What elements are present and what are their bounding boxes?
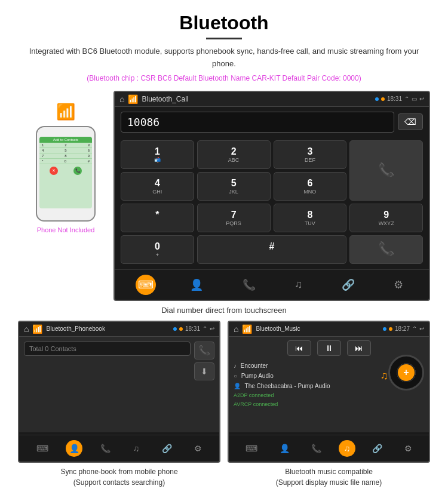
mu-back[interactable]: ↩ xyxy=(419,325,424,332)
dial-key-3[interactable]: 3DEF xyxy=(274,140,347,169)
mu-signal-icon: 📶 xyxy=(242,324,252,334)
dial-input-row: 10086 ⌫ xyxy=(115,107,429,137)
call-red-button[interactable]: 📞 xyxy=(349,235,423,264)
phonebook-search-box[interactable]: Total 0 Contacts xyxy=(24,342,191,356)
phone-aside: 📶 Add to Contacts 123 456 789 *0# ✕ 📞 Ph… xyxy=(18,91,113,301)
dial-key-7[interactable]: 7PQRS xyxy=(197,204,271,232)
pb-expand: ⌃ xyxy=(202,325,207,332)
dial-key-2[interactable]: 2ABC xyxy=(197,140,271,169)
pb-home-icon: ⌂ xyxy=(24,324,29,334)
music-topbar: ⌂ 📶 Bluetooth_Music 18:27 ⌃ ↩ xyxy=(229,322,429,337)
phone-end-btn[interactable]: ✕ xyxy=(50,167,58,175)
page-title: Bluetooth xyxy=(18,12,430,34)
prev-btn[interactable]: ⏮ xyxy=(287,340,311,356)
next-btn[interactable]: ⏭ xyxy=(347,340,371,356)
phone-call-btn[interactable]: 📞 xyxy=(73,167,82,175)
dial-key-5[interactable]: 5JKL xyxy=(197,172,271,201)
pb-contacts-icon[interactable]: 👤 xyxy=(66,440,82,457)
pb-phone-icon[interactable]: 📞 xyxy=(96,441,115,456)
mu-status: 18:27 ⌃ ↩ xyxy=(383,325,424,332)
time-display-main: 18:31 xyxy=(387,96,402,102)
pb-call-btn[interactable]: 📞 xyxy=(194,342,214,359)
track-circle-icon: ○ xyxy=(234,373,237,379)
mu-caption-1: Bluetooth music compatible xyxy=(285,468,373,476)
home-icon: ⌂ xyxy=(119,94,124,104)
mu-wifi-dot xyxy=(389,327,392,331)
music-note-icon: ♪ xyxy=(234,362,237,369)
pb-wifi-dot xyxy=(179,327,183,331)
phonebook-caption: Sync phone-book from mobile phone (Suppo… xyxy=(60,466,177,488)
phone-row-3: 789 xyxy=(39,153,92,159)
pb-bottom-bar: ⌨ 👤 📞 ♫ 🔗 ⚙ xyxy=(19,435,219,462)
mu-expand: ⌃ xyxy=(412,325,417,332)
pause-btn[interactable]: ⏸ xyxy=(317,340,341,356)
dial-key-1[interactable]: 1📬 xyxy=(121,140,194,169)
pb-signal-icon: 📶 xyxy=(32,324,42,334)
title-divider xyxy=(206,38,242,39)
pb-time: 18:31 xyxy=(185,325,200,332)
bt-dot xyxy=(375,97,379,101)
phone-row-4: *0# xyxy=(39,159,92,164)
pb-title: Bluetooth_Phonebook xyxy=(46,325,170,332)
music-note-floating: ♫ xyxy=(381,370,389,382)
mu-title: Bluetooth_Music xyxy=(256,325,379,332)
call-green-button[interactable]: 📞 xyxy=(349,140,423,201)
pb-back[interactable]: ↩ xyxy=(210,325,214,332)
phonebook-body: Total 0 Contacts 📞 ⬇ xyxy=(19,337,219,432)
music-caption: Bluetooth music compatible (Support disp… xyxy=(276,466,382,488)
phonebook-search-area: Total 0 Contacts xyxy=(24,342,191,361)
contacts-bottom-icon[interactable]: 👤 xyxy=(185,276,208,294)
dial-key-0[interactable]: 0+ xyxy=(121,235,194,264)
bottom-screenshots: ⌂ 📶 Bluetooth_Phonebook 18:31 ⌃ ↩ xyxy=(18,321,430,488)
mu-music-icon[interactable]: ♫ xyxy=(339,440,355,457)
pb-music-icon[interactable]: ♫ xyxy=(128,441,145,456)
a2dp-status: A2DP connected xyxy=(234,391,424,400)
dial-key-8[interactable]: 8TUV xyxy=(274,204,347,232)
pb-dialpad-icon[interactable]: ⌨ xyxy=(32,441,53,456)
pb-caption-1: Sync phone-book from mobile phone xyxy=(60,468,177,476)
car-bottom-bar-main: ⌨ 👤 📞 ♫ 🔗 ⚙ xyxy=(115,269,429,300)
signal-icon: 📶 xyxy=(128,94,138,104)
pb-link-icon[interactable]: 🔗 xyxy=(157,441,177,456)
main-area: 📶 Add to Contacts 123 456 789 *0# ✕ 📞 Ph… xyxy=(18,91,430,301)
phone-bottom-icon[interactable]: 📞 xyxy=(238,276,260,294)
pb-caption-2: (Support contacts searching) xyxy=(73,478,165,487)
mu-contacts-icon[interactable]: 👤 xyxy=(275,441,294,456)
back-icon[interactable]: ↩ xyxy=(419,96,424,102)
music-controls: ⏮ ⏸ ⏭ xyxy=(234,340,424,356)
dial-key-star[interactable]: * xyxy=(121,204,194,232)
music-bottom-icon[interactable]: ♫ xyxy=(290,276,308,293)
link-bottom-icon[interactable]: 🔗 xyxy=(337,276,360,294)
dial-number-display[interactable]: 10086 xyxy=(121,112,394,133)
main-caption: Dial number direct from touchscreen xyxy=(18,306,430,315)
mu-bt-dot xyxy=(383,327,386,331)
mu-settings-icon[interactable]: ⚙ xyxy=(400,441,417,456)
mu-link-icon[interactable]: 🔗 xyxy=(367,441,387,456)
dial-key-4[interactable]: 4GHI xyxy=(121,172,194,201)
car-topbar-main: ⌂ 📶 Bluetooth_Call 18:31 ⌃ ▭ ↩ xyxy=(115,92,429,107)
pb-settings-icon[interactable]: ⚙ xyxy=(189,441,207,456)
car-topbar-title-main: Bluetooth_Call xyxy=(142,95,372,103)
minimize-icon: ▭ xyxy=(412,96,417,102)
bluetooth-signal-icon: 📶 xyxy=(56,103,75,121)
phonebook-col: ⌂ 📶 Bluetooth_Phonebook 18:31 ⌃ ↩ xyxy=(18,321,220,488)
dial-key-6[interactable]: 6MNO xyxy=(274,172,347,201)
phone-screen: Add to Contacts 123 456 789 *0# ✕ 📞 xyxy=(39,137,92,208)
settings-bottom-icon[interactable]: ⚙ xyxy=(389,276,408,294)
dialpad: 1📬 2ABC 3DEF 📞 4GHI 5JKL 6MNO * 7PQRS 8T… xyxy=(115,137,429,267)
pb-download-btn[interactable]: ⬇ xyxy=(194,362,214,380)
phone-row-2: 456 xyxy=(39,148,92,153)
backspace-button[interactable]: ⌫ xyxy=(398,113,423,130)
dial-key-9[interactable]: 9WXYZ xyxy=(349,204,423,232)
mu-phone-icon[interactable]: 📞 xyxy=(306,441,326,456)
bt-icon-disc: + xyxy=(398,364,415,381)
mu-dialpad-icon[interactable]: ⌨ xyxy=(241,441,262,456)
dial-key-hash[interactable]: # xyxy=(197,235,347,264)
pb-status: 18:31 ⌃ ↩ xyxy=(173,325,214,332)
phone-not-included-label: Phone Not Included xyxy=(37,226,95,233)
subtitle: Integrated with BC6 Bluetooth module, su… xyxy=(18,45,430,70)
music-screen: ⌂ 📶 Bluetooth_Music 18:27 ⌃ ↩ ⏮ ⏸ xyxy=(228,321,430,463)
wifi-dot xyxy=(381,97,385,101)
phone-row-1: 123 xyxy=(39,143,92,148)
dialpad-bottom-icon[interactable]: ⌨ xyxy=(136,275,156,295)
